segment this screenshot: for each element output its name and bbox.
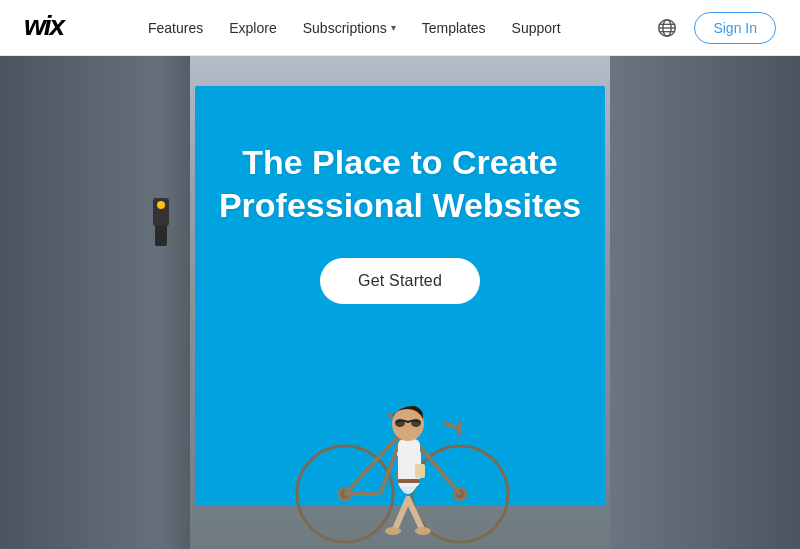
- hero-person-bike: [260, 309, 540, 549]
- svg-line-21: [395, 499, 408, 529]
- get-started-button[interactable]: Get Started: [320, 258, 480, 304]
- navbar: wix Features Explore Subscriptions ▾ Tem…: [0, 0, 800, 56]
- svg-rect-32: [398, 479, 420, 483]
- hero-section: The Place to Create Professional Website…: [0, 56, 800, 549]
- nav-links: Features Explore Subscriptions ▾ Templat…: [138, 14, 656, 42]
- nav-support[interactable]: Support: [502, 14, 571, 42]
- svg-line-10: [345, 429, 405, 494]
- globe-icon[interactable]: [656, 17, 678, 39]
- traffic-light-left: [155, 206, 167, 246]
- svg-point-30: [395, 419, 405, 427]
- nav-features[interactable]: Features: [138, 14, 213, 42]
- svg-point-23: [385, 527, 401, 535]
- left-buildings: [0, 56, 190, 549]
- svg-point-31: [411, 419, 421, 427]
- nav-right: Sign In: [656, 12, 776, 44]
- svg-text:wix: wix: [24, 11, 67, 39]
- wix-logo-text: wix: [24, 11, 76, 44]
- right-buildings: [610, 56, 800, 549]
- nav-templates[interactable]: Templates: [412, 14, 496, 42]
- svg-point-24: [415, 527, 431, 535]
- nav-explore[interactable]: Explore: [219, 14, 286, 42]
- hero-title: The Place to Create Professional Website…: [219, 141, 581, 226]
- nav-subscriptions[interactable]: Subscriptions ▾: [293, 14, 406, 42]
- sign-in-button[interactable]: Sign In: [694, 12, 776, 44]
- svg-rect-28: [415, 464, 425, 478]
- chevron-down-icon: ▾: [391, 22, 396, 33]
- logo[interactable]: wix: [24, 11, 106, 44]
- svg-line-22: [408, 499, 422, 529]
